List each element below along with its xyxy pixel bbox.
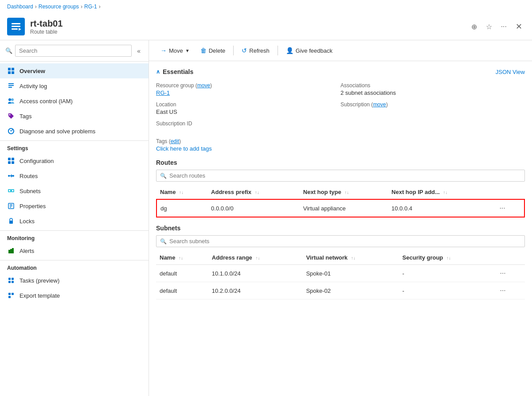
subnets-col-security-group[interactable]: Security group ↑↓ — [399, 251, 494, 265]
json-view-link[interactable]: JSON View — [496, 69, 525, 75]
close-button[interactable]: ✕ — [513, 20, 525, 33]
sidebar-item-routes[interactable]: Routes — [0, 168, 149, 183]
breadcrumb: Dashboard › Resource groups › RG-1 › — [0, 0, 532, 13]
breadcrumb-rg1[interactable]: RG-1 — [84, 4, 97, 10]
location-item: Location East US — [156, 100, 340, 119]
routes-table: Name ↑↓ Address prefix ↑↓ Next hop type … — [156, 185, 525, 217]
routes-search-bar: 🔍 — [156, 170, 525, 182]
feedback-button[interactable]: 👤 Give feedback — [282, 45, 337, 56]
sidebar-item-label-iam: Access control (IAM) — [20, 98, 73, 105]
sidebar-item-properties[interactable]: Properties — [0, 198, 149, 214]
sidebar-item-label-configuration: Configuration — [20, 158, 54, 164]
tags-label: Tags (edit) — [156, 138, 525, 144]
table-row[interactable]: default 10.2.0.0/24 Spoke-02 - ··· — [156, 282, 525, 299]
sidebar-item-configuration[interactable]: Configuration — [0, 153, 149, 168]
subscription-label: Subscription (move) — [340, 101, 525, 108]
sidebar-item-export[interactable]: Export template — [0, 288, 149, 303]
routes-col-address-prefix[interactable]: Address prefix ↑↓ — [207, 185, 300, 199]
subnets-search-icon: 🔍 — [160, 238, 167, 245]
pin-button[interactable]: ⊕ — [469, 21, 480, 33]
svg-point-13 — [9, 114, 11, 116]
monitoring-section-label: Monitoring — [0, 230, 149, 243]
move-button[interactable]: → Move ▼ — [156, 45, 194, 56]
subnets-col-address-range[interactable]: Address range ↑↓ — [208, 251, 303, 265]
svg-rect-26 — [10, 249, 12, 253]
svg-rect-15 — [12, 158, 14, 160]
svg-rect-30 — [8, 281, 11, 283]
toolbar: → Move ▼ 🗑 Delete ↺ Refresh 👤 Give feedb… — [149, 40, 532, 61]
svg-rect-32 — [8, 293, 11, 295]
subscription-id-label: Subscription ID — [156, 120, 340, 127]
tags-add-link[interactable]: Click here to add tags — [156, 145, 212, 152]
resource-group-move-link[interactable]: move — [197, 82, 210, 89]
sidebar-item-diagnose[interactable]: Diagnose and solve problems — [0, 124, 149, 139]
subnet-virtual-network: Spoke-01 — [302, 265, 399, 282]
svg-rect-4 — [8, 68, 11, 70]
location-label: Location — [156, 101, 340, 108]
tags-edit-link[interactable]: edit — [171, 138, 179, 144]
svg-rect-27 — [12, 248, 14, 253]
sidebar-item-label-tasks: Tasks (preview) — [20, 277, 59, 284]
feedback-icon: 👤 — [286, 47, 293, 54]
resource-group-label: Resource group (move) — [156, 82, 340, 89]
subnets-sort-vnet-icon: ↑↓ — [351, 256, 356, 260]
svg-rect-14 — [8, 158, 11, 160]
sidebar-item-overview[interactable]: Overview — [0, 63, 149, 78]
delete-button[interactable]: 🗑 Delete — [196, 45, 230, 56]
svg-rect-24 — [9, 221, 13, 224]
subscription-move-link[interactable]: move — [373, 101, 386, 108]
sidebar-item-tasks[interactable]: Tasks (preview) — [0, 273, 149, 288]
more-options-button[interactable]: ··· — [498, 21, 509, 32]
subscription-id-item: Subscription ID — [156, 119, 340, 131]
resource-title: rt-tab01 — [30, 19, 63, 29]
svg-rect-31 — [12, 281, 14, 283]
routes-section: Routes 🔍 Name ↑↓ — [156, 159, 525, 217]
sidebar-item-label-properties: Properties — [20, 203, 46, 210]
activity-log-icon — [7, 82, 15, 90]
tags-section: Tags (edit) Click here to add tags — [156, 138, 525, 152]
routes-col-next-hop-ip[interactable]: Next hop IP add... ↑↓ — [388, 185, 493, 199]
sidebar: 🔍 « Overview Activity log — [0, 40, 149, 396]
sidebar-item-activity-log[interactable]: Activity log — [0, 78, 149, 93]
sidebar-item-locks[interactable]: Locks — [0, 214, 149, 229]
routes-sort-hop-ip-icon: ↑↓ — [443, 190, 448, 195]
breadcrumb-dashboard[interactable]: Dashboard — [7, 4, 33, 10]
alerts-icon — [7, 247, 15, 255]
routes-col-name[interactable]: Name ↑↓ — [156, 185, 207, 199]
refresh-icon: ↺ — [242, 47, 247, 54]
sidebar-item-label-subnets: Subnets — [20, 188, 41, 194]
routes-col-next-hop-type[interactable]: Next hop type ↑↓ — [300, 185, 388, 199]
route-more-button[interactable]: ··· — [497, 203, 508, 213]
routes-search-input[interactable] — [169, 172, 521, 179]
subnet-more-button[interactable]: ··· — [497, 286, 508, 295]
sidebar-item-access-control[interactable]: Access control (IAM) — [0, 93, 149, 109]
svg-rect-33 — [12, 293, 14, 295]
subnets-col-virtual-network[interactable]: Virtual network ↑↓ — [302, 251, 399, 265]
subnets-sort-range-icon: ↑↓ — [255, 256, 260, 260]
sidebar-item-tags[interactable]: Tags — [0, 109, 149, 124]
svg-rect-25 — [8, 250, 10, 253]
breadcrumb-resource-groups[interactable]: Resource groups — [39, 4, 79, 10]
table-row[interactable]: default 10.1.0.0/24 Spoke-01 - ··· — [156, 265, 525, 282]
sidebar-item-subnets[interactable]: Subnets — [0, 183, 149, 198]
overview-icon — [7, 67, 15, 75]
subnets-col-name[interactable]: Name ↑↓ — [156, 251, 208, 265]
refresh-button[interactable]: ↺ Refresh — [237, 45, 274, 56]
subnet-more-button[interactable]: ··· — [497, 268, 508, 278]
sidebar-collapse-button[interactable]: « — [134, 47, 143, 55]
table-row[interactable]: dg 0.0.0.0/0 Virtual appliance 10.0.0.4 … — [156, 199, 524, 217]
subnet-name: default — [156, 265, 208, 282]
svg-rect-6 — [8, 71, 11, 74]
resource-header: rt-tab01 Route table ⊕ ☆ ··· ✕ — [0, 13, 532, 40]
favorite-button[interactable]: ☆ — [483, 21, 495, 33]
subnets-search-input[interactable] — [169, 238, 521, 245]
search-input[interactable] — [15, 45, 132, 57]
sidebar-item-alerts[interactable]: Alerts — [0, 243, 149, 258]
search-icon: 🔍 — [5, 47, 12, 54]
subnet-address-range: 10.1.0.0/24 — [208, 265, 303, 282]
subnet-address-range: 10.2.0.0/24 — [208, 282, 303, 299]
refresh-label: Refresh — [249, 47, 270, 54]
rg1-link[interactable]: RG-1 — [156, 89, 170, 96]
toolbar-divider — [233, 46, 234, 55]
svg-rect-7 — [12, 71, 14, 74]
